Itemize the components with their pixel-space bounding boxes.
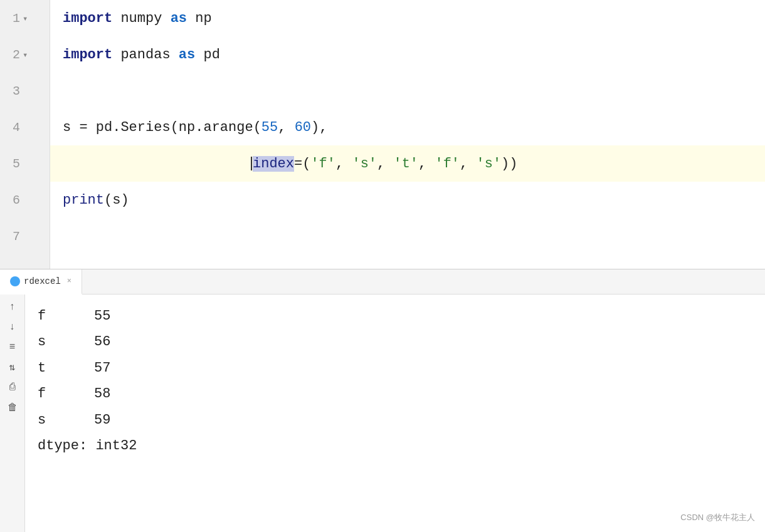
trash-icon[interactable]: 🗑: [5, 400, 20, 415]
line-number-5: 5: [0, 145, 50, 182]
output-row-2: t 57: [38, 357, 752, 380]
code-line-4: s = pd.Series(np.arange(55, 60),: [50, 109, 765, 145]
code-line-5: index=('f', 's', 't', 'f', 's')): [50, 145, 765, 182]
list-view-icon[interactable]: ≡: [5, 340, 20, 355]
scroll-up-icon[interactable]: ↑: [5, 300, 20, 315]
tab-python-icon: [10, 276, 20, 286]
tab-close-button[interactable]: ×: [67, 277, 71, 286]
line-number-2: 2 ▾: [0, 36, 50, 73]
code-line-6: print(s): [50, 182, 765, 218]
tab-label: rdexcel: [24, 276, 61, 286]
code-line-1: import numpy as np: [50, 0, 765, 36]
terminal-output: f 55 s 56 t 57 f 58 s 59 dtype: int32 CS…: [25, 295, 765, 532]
output-row-3: f 58: [38, 382, 752, 405]
code-content[interactable]: import numpy as np import pandas as pd s…: [50, 0, 765, 269]
line-number-3: 3: [0, 73, 50, 109]
output-row-0: f 55: [38, 305, 752, 328]
line-number-6: 6: [0, 182, 50, 218]
print-icon[interactable]: ⎙: [5, 380, 20, 395]
fold-icon-2[interactable]: ▾: [23, 50, 28, 60]
line-number-4: 4: [0, 109, 50, 145]
filter-icon[interactable]: ⇅: [5, 360, 20, 375]
terminal-section: rdexcel × ↑ ↓ ≡ ⇅ ⎙ 🗑 f 55 s 56 t: [0, 269, 765, 532]
code-line-7: [50, 218, 765, 254]
scroll-down-icon[interactable]: ↓: [5, 320, 20, 335]
output-row-1: s 56: [38, 330, 752, 353]
fold-icon-1[interactable]: ▾: [23, 13, 28, 24]
line-numbers: 1 ▾ 2 ▾ 3 4 5 6 7: [0, 0, 50, 269]
terminal-tab-rdexcel[interactable]: rdexcel ×: [0, 269, 82, 295]
terminal-sidebar: ↑ ↓ ≡ ⇅ ⎙ 🗑: [0, 295, 25, 532]
line-number-1: 1 ▾: [0, 0, 50, 36]
output-dtype: dtype: int32: [38, 434, 752, 457]
code-line-2: import pandas as pd: [50, 36, 765, 73]
text-cursor: [251, 157, 252, 170]
output-row-4: s 59: [38, 409, 752, 432]
terminal-tab-bar: rdexcel ×: [0, 269, 765, 295]
watermark: CSDN @牧牛花主人: [680, 511, 755, 524]
line-number-7: 7: [0, 218, 50, 254]
terminal-body: ↑ ↓ ≡ ⇅ ⎙ 🗑 f 55 s 56 t 57 f 58: [0, 295, 765, 532]
code-line-3: [50, 73, 765, 109]
code-editor: 1 ▾ 2 ▾ 3 4 5 6 7 import numpy as np: [0, 0, 765, 269]
